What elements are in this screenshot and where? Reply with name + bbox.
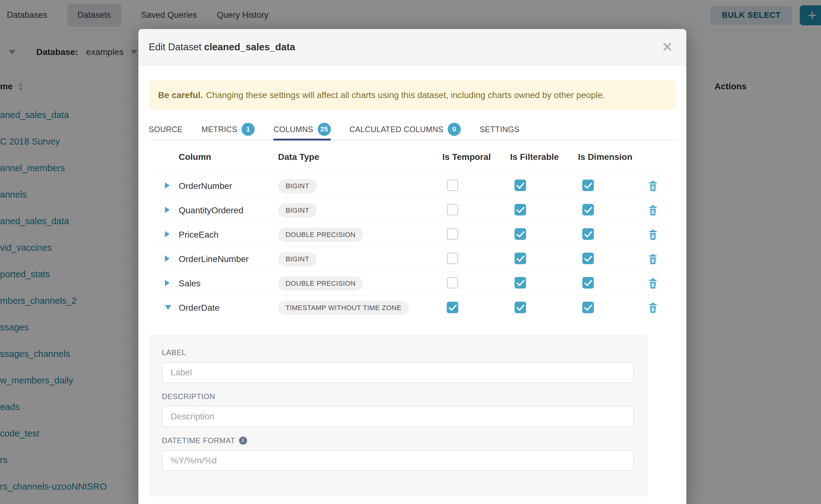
is-dimension-checkbox[interactable] (582, 228, 594, 240)
is-filterable-checkbox[interactable] (515, 228, 526, 240)
is-temporal-checkbox[interactable] (447, 302, 458, 313)
columns-table: Column Data Type Is Temporal Is Filterab… (157, 141, 665, 320)
is-temporal-checkbox[interactable] (447, 204, 458, 215)
tab-count-badge: 25 (318, 123, 331, 136)
warning-alert: Be careful. Changing these settings will… (149, 81, 676, 110)
column-row-priceeach: PriceEachDOUBLE PRECISION (157, 223, 665, 247)
column-row-ordernumber: OrderNumberBIGINT (157, 174, 665, 198)
description-input[interactable] (162, 406, 634, 427)
expand-caret-icon[interactable] (165, 207, 170, 213)
tab-metrics[interactable]: METRICS1 (201, 119, 255, 140)
expand-caret-icon[interactable] (165, 280, 170, 286)
edit-dataset-modal: Edit Dataset cleaned_sales_data Be caref… (138, 29, 686, 504)
column-name: OrderLineNumber (179, 254, 278, 264)
tab-count-badge: 0 (448, 123, 461, 136)
column-name: QuantityOrdered (179, 205, 278, 215)
tab-calculated-columns[interactable]: CALCULATED COLUMNS0 (349, 119, 461, 140)
column-row-quantityordered: QuantityOrderedBIGINT (157, 198, 665, 223)
expand-caret-icon[interactable] (165, 182, 170, 189)
modal-title-prefix: Edit Dataset (149, 42, 201, 52)
columns-table-body: OrderNumberBIGINTQuantityOrderedBIGINTPr… (157, 174, 665, 320)
is-temporal-checkbox[interactable] (447, 277, 458, 289)
is-dimension-header: Is Dimension (578, 152, 641, 162)
delete-column-icon[interactable] (648, 181, 658, 191)
tab-label: SOURCE (149, 125, 183, 134)
data-type-pill: DOUBLE PRECISION (278, 276, 363, 291)
description-field-group: DESCRIPTION (162, 392, 647, 427)
column-name: PriceEach (179, 230, 278, 240)
is-filterable-checkbox[interactable] (515, 180, 526, 191)
delete-column-icon[interactable] (648, 278, 658, 289)
is-dimension-checkbox[interactable] (582, 204, 594, 215)
data-type-header: Data Type (278, 152, 443, 162)
tab-columns[interactable]: COLUMNS25 (273, 119, 330, 140)
columns-table-header: Column Data Type Is Temporal Is Filterab… (157, 141, 665, 174)
modal-title-dataset-name: cleaned_sales_data (204, 42, 295, 52)
tab-count-badge: 1 (241, 123, 255, 136)
column-row-sales: SalesDOUBLE PRECISION (157, 271, 665, 296)
label-field-group: LABEL (162, 348, 647, 383)
column-detail-panel: LABEL DESCRIPTION DATETIME FORMAT i (149, 335, 647, 496)
is-filterable-checkbox[interactable] (515, 302, 526, 313)
warning-text: Changing these settings will affect all … (206, 90, 605, 100)
column-row-orderdate: OrderDateTIMESTAMP WITHOUT TIME ZONE (157, 296, 665, 320)
expand-caret-icon[interactable] (165, 255, 170, 262)
label-input[interactable] (162, 362, 634, 383)
data-type-pill: TIMESTAMP WITHOUT TIME ZONE (278, 301, 409, 315)
is-filterable-header: Is Filterable (510, 152, 578, 162)
is-dimension-checkbox[interactable] (582, 277, 594, 289)
data-type-pill: DOUBLE PRECISION (278, 228, 363, 242)
tab-settings[interactable]: SETTINGS (480, 119, 519, 140)
tab-label: SETTINGS (480, 125, 519, 134)
close-icon[interactable] (662, 42, 673, 52)
description-field-label: DESCRIPTION (162, 392, 647, 401)
column-header: Column (179, 152, 278, 162)
delete-column-icon[interactable] (648, 205, 658, 216)
tab-label: CALCULATED COLUMNS (349, 125, 444, 134)
is-filterable-checkbox[interactable] (515, 253, 526, 264)
modal-header: Edit Dataset cleaned_sales_data (138, 29, 686, 66)
info-icon[interactable]: i (239, 437, 247, 445)
modal-tab-bar: SOURCEMETRICS1COLUMNS25CALCULATED COLUMN… (149, 119, 676, 141)
tab-label: COLUMNS (273, 125, 313, 134)
warning-bold-text: Be careful. (158, 90, 203, 100)
data-type-pill: BIGINT (278, 203, 317, 218)
data-type-pill: BIGINT (278, 252, 317, 266)
tab-label: METRICS (201, 125, 237, 134)
datetime-format-field-group: DATETIME FORMAT i (162, 436, 647, 471)
is-temporal-checkbox[interactable] (447, 253, 458, 264)
datetime-format-input[interactable] (162, 450, 634, 471)
is-filterable-checkbox[interactable] (515, 204, 526, 215)
datasets-page: DatabasesDatasetsSaved QueriesQuery Hist… (0, 0, 821, 504)
delete-column-icon[interactable] (648, 230, 658, 240)
is-dimension-checkbox[interactable] (582, 302, 594, 313)
column-row-orderlinenumber: OrderLineNumberBIGINT (157, 247, 665, 271)
column-name: OrderNumber (179, 181, 278, 191)
label-field-label: LABEL (162, 348, 647, 357)
is-temporal-header: Is Temporal (443, 152, 510, 162)
modal-body: Be careful. Changing these settings will… (138, 81, 686, 496)
is-dimension-checkbox[interactable] (582, 253, 594, 264)
column-name: Sales (179, 279, 278, 289)
tab-source[interactable]: SOURCE (149, 119, 183, 140)
data-type-pill: BIGINT (278, 179, 317, 193)
datetime-format-field-label: DATETIME FORMAT i (162, 436, 647, 445)
is-filterable-checkbox[interactable] (515, 277, 526, 289)
modal-title: Edit Dataset cleaned_sales_data (149, 42, 295, 53)
column-name: OrderDate (179, 303, 278, 313)
delete-column-icon[interactable] (648, 303, 658, 313)
collapse-caret-icon[interactable] (165, 305, 171, 310)
expand-caret-icon[interactable] (165, 231, 170, 237)
is-temporal-checkbox[interactable] (447, 228, 458, 240)
is-dimension-checkbox[interactable] (582, 180, 594, 191)
delete-column-icon[interactable] (648, 254, 658, 264)
is-temporal-checkbox[interactable] (447, 180, 458, 191)
